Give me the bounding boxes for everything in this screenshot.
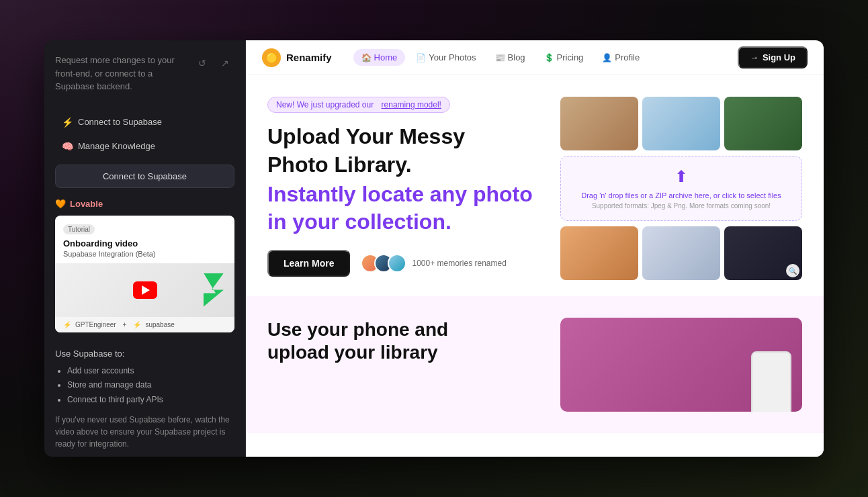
manage-knowledge-button[interactable]: 🧠 Manage Knowledge — [55, 136, 234, 156]
hero-cta-row: Learn More 1000+ memories renamed — [267, 250, 539, 277]
heart-icon: 🧡 — [55, 199, 66, 209]
drop-zone[interactable]: ⬆ Drag 'n' drop files or a ZIP archive h… — [560, 156, 802, 221]
left-panel: Request more changes to your front-end, … — [44, 40, 246, 457]
hero-left: New! We just upgraded our renaming model… — [267, 97, 539, 277]
nav-profile[interactable]: 👤 Profile — [594, 49, 648, 66]
watch-note: If you've never used Supabase before, wa… — [55, 414, 234, 450]
video-title: Onboarding video — [63, 238, 226, 248]
bullet-item-3: Connect to third party APIs — [67, 393, 234, 408]
hero-title-purple: Instantly locate any photo in your colle… — [267, 181, 539, 236]
photo-grid-top — [560, 97, 802, 150]
search-overlay-icon: 🔍 — [786, 264, 799, 277]
photo-thumb-5 — [642, 226, 720, 280]
connect-supabase-main-button[interactable]: Connect to Supabase — [55, 165, 234, 188]
photo-thumb-4 — [560, 226, 638, 280]
arrow-right-icon: → — [750, 52, 758, 62]
second-section: Use your phone and upload your library — [246, 296, 824, 433]
video-subtitle: Supabase Integration (Beta) — [63, 250, 226, 258]
nav-pricing[interactable]: 💲 Pricing — [536, 49, 592, 66]
photo-grid-bottom: 🔍 — [560, 226, 802, 280]
knowledge-icon: 🧠 — [62, 141, 73, 152]
video-card[interactable]: Tutorial Onboarding video Supabase Integ… — [55, 216, 234, 332]
supabase-icon: ⚡ — [62, 117, 73, 128]
second-left: Use your phone and upload your library — [267, 318, 539, 363]
profile-icon: 👤 — [602, 53, 612, 62]
nav-blog[interactable]: 📰 Blog — [487, 49, 533, 66]
tutorial-badge: Tutorial — [63, 224, 95, 234]
video-thumbnail[interactable] — [55, 263, 234, 317]
external-link-icon[interactable]: ↗ — [216, 54, 234, 73]
nav-your-photos[interactable]: 📄 Your Photos — [408, 49, 484, 66]
second-title-line2: upload your library — [267, 342, 539, 363]
renaming-model-link[interactable]: renaming model! — [382, 100, 441, 109]
new-badge: New! We just upgraded our renaming model… — [267, 97, 450, 113]
photos-icon: 📄 — [416, 53, 426, 62]
avatar-3 — [388, 254, 406, 273]
hero-right: ⬆ Drag 'n' drop files or a ZIP archive h… — [560, 97, 802, 280]
left-header-text: Request more changes to your front-end, … — [55, 54, 187, 93]
website-content[interactable]: New! We just upgraded our renaming model… — [246, 75, 824, 457]
play-button[interactable] — [133, 281, 157, 299]
nav-links: 🏠 Home 📄 Your Photos 📰 Blog 💲 Pricing 👤 — [353, 49, 738, 66]
photo-thumb-3 — [724, 97, 802, 150]
social-text: 1000+ memories renamed — [412, 259, 506, 268]
website-preview: 🟡 Renamify 🏠 Home 📄 Your Photos 📰 Blog 💲 — [246, 40, 824, 457]
second-title-line1: Use your phone and — [267, 318, 539, 342]
sign-up-button[interactable]: → Sign Up — [738, 46, 808, 69]
avatar-stack — [361, 254, 406, 273]
drop-text: Drag 'n' drop files or a ZIP archive her… — [572, 191, 791, 199]
learn-more-button[interactable]: Learn More — [267, 250, 350, 277]
phone-mockup — [751, 351, 791, 412]
hero-title-line1: Upload Your Messy — [267, 124, 539, 149]
bullet-item-1: Add user accounts — [67, 364, 234, 379]
nav-home[interactable]: 🏠 Home — [353, 49, 406, 66]
second-right-image — [560, 318, 802, 412]
hero-section: New! We just upgraded our renaming model… — [246, 75, 824, 296]
upload-icon: ⬆ — [572, 167, 791, 186]
bullet-item-2: Store and manage data — [67, 378, 234, 393]
brand-name: Renamify — [286, 52, 332, 63]
blog-icon: 📰 — [495, 53, 505, 62]
hero-title-line2: Photo Library. — [267, 152, 539, 177]
video-footer: ⚡ GPTEngineer + ⚡ supabase — [55, 317, 234, 332]
social-proof: 1000+ memories renamed — [361, 254, 506, 273]
bullet-list: Add user accounts Store and manage data … — [55, 364, 234, 408]
use-supabase-title: Use Supabase to: — [55, 349, 234, 359]
pricing-icon: 💲 — [544, 53, 554, 62]
format-text: Supported formats: Jpeg & Png. More form… — [572, 202, 791, 210]
action-buttons: ⚡ Connect to Supabase 🧠 Manage Knowledge — [55, 112, 234, 156]
lovable-section: 🧡 Lovable Tutorial Onboarding video Supa… — [55, 199, 234, 341]
supabase-footer-icon: ⚡ — [133, 321, 141, 328]
new-badge-text: New! We just upgraded our — [276, 100, 374, 109]
website-nav: 🟡 Renamify 🏠 Home 📄 Your Photos 📰 Blog 💲 — [246, 40, 824, 75]
lovable-badge: 🧡 Lovable — [55, 199, 234, 209]
play-triangle-icon — [142, 285, 150, 295]
brand-icon: 🟡 — [262, 48, 281, 67]
connect-supabase-button[interactable]: ⚡ Connect to Supabase — [55, 112, 234, 132]
refresh-icon[interactable]: ↺ — [193, 54, 212, 73]
brand-logo: 🟡 Renamify — [262, 48, 332, 67]
photo-thumb-1 — [560, 97, 638, 150]
footer-separator: + — [123, 321, 127, 328]
home-icon: 🏠 — [361, 53, 372, 62]
gpt-engineer-icon: ⚡ — [63, 321, 71, 328]
use-supabase-section: Use Supabase to: Add user accounts Store… — [55, 349, 234, 457]
photo-thumb-2 — [642, 97, 720, 150]
bolt-icon — [204, 273, 224, 307]
